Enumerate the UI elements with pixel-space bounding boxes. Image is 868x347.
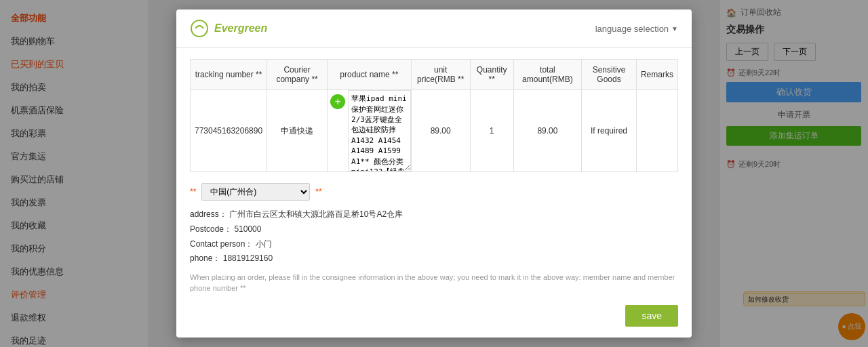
contact-label: Contact person： [190,239,253,249]
modal-header: Evergreen language selection ▼ [176,9,692,48]
warehouse-row: ** 中国(广州合) ** [190,183,678,201]
postcode-value: 510000 [234,224,261,234]
logo: Evergreen [190,19,267,38]
add-product-btn[interactable]: + [330,94,345,109]
col-qty: Quantity ** [470,60,513,90]
contact-value: 小门 [256,239,272,249]
table-row: 773045163206890 申通快递 + 苹果ipad mini保护套网红迷… [191,90,678,172]
product-textarea[interactable]: 苹果ipad mini保护套网红迷你2/3蓝牙键盘全包边硅胶防摔A1432 A1… [348,90,411,171]
save-row: save [190,305,678,327]
cell-courier: 申通快递 [267,90,328,172]
chevron-down-icon: ▼ [671,25,678,33]
col-total: total amount(RMB) [513,60,582,90]
phone-value: 18819129160 [223,253,273,263]
col-courier: Courier company ** [267,60,328,90]
save-button[interactable]: save [625,305,678,327]
cell-price: 89.00 [411,90,470,172]
address-block: address： 广州市白云区太和镇大源北路百足桥10号A2仓库 Postcod… [190,207,678,266]
warehouse-select[interactable]: 中国(广州合) [201,183,310,201]
modal-body: tracking number ** Courier company ** pr… [176,48,692,337]
col-remarks: Remarks [636,60,677,90]
cell-product: + 苹果ipad mini保护套网红迷你2/3蓝牙键盘全包边硅胶防摔A1432 … [328,90,412,172]
required-star2: ** [315,187,321,197]
modal-dialog: Evergreen language selection ▼ tracking … [176,9,692,337]
lang-label: language selection [595,24,669,34]
col-sensitive: Sensitive Goods [582,60,637,90]
cell-sensitive: If required [582,90,637,172]
required-star1: ** [190,187,196,197]
language-selector[interactable]: language selection ▼ [595,24,678,34]
cell-qty: 1 [470,90,513,172]
hint-text: When placing an order, please fill in th… [190,272,678,294]
postcode-label: Postcode： [190,224,232,234]
svg-point-0 [191,20,208,37]
logo-icon [190,19,209,38]
cell-total: 89.00 [513,90,582,172]
cell-tracking: 773045163206890 [191,90,267,172]
col-tracking: tracking number ** [191,60,267,90]
cell-remarks [636,90,677,172]
col-product: product name ** [328,60,412,90]
col-price: unit price(RMB ** [411,60,470,90]
logo-text: Evergreen [214,22,267,35]
address-label: address： [190,209,227,219]
modal-overlay: Evergreen language selection ▼ tracking … [0,0,868,347]
phone-label: phone： [190,253,220,263]
address-value: 广州市白云区太和镇大源北路百足桥10号A2仓库 [229,209,403,219]
order-table: tracking number ** Courier company ** pr… [190,59,678,172]
